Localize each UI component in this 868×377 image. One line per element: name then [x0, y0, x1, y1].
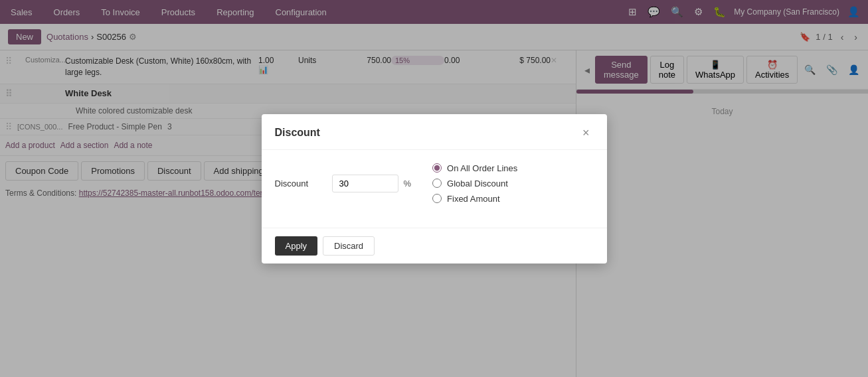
modal-footer: Apply Discard — [262, 228, 607, 264]
modal-header: Discount × — [262, 114, 607, 150]
radio-on-all-label: On All Order Lines — [447, 163, 517, 173]
radio-fixed-input[interactable] — [432, 194, 442, 203]
radio-options-group: On All Order Lines Global Discount Fixed… — [432, 163, 517, 204]
discount-input[interactable] — [332, 175, 398, 192]
modal-title: Discount — [275, 127, 320, 139]
modal-body: Discount % On All Order Lines Global Dis… — [262, 150, 607, 228]
percent-symbol: % — [404, 179, 412, 188]
discount-input-group: % — [332, 175, 412, 192]
discount-modal: Discount × Discount % On All Order Lines — [262, 114, 607, 264]
modal-close-button[interactable]: × — [578, 125, 594, 141]
radio-fixed-amount[interactable]: Fixed Amount — [432, 194, 517, 204]
radio-on-all-input[interactable] — [432, 163, 442, 173]
radio-global-label: Global Discount — [447, 179, 508, 188]
radio-global-discount[interactable]: Global Discount — [432, 179, 517, 188]
radio-global-input[interactable] — [432, 179, 442, 188]
modal-overlay[interactable]: Discount × Discount % On All Order Lines — [0, 0, 868, 377]
discount-field-label: Discount — [275, 179, 321, 188]
discount-form-row: Discount % On All Order Lines Global Dis… — [275, 163, 594, 204]
apply-button[interactable]: Apply — [275, 236, 318, 256]
radio-fixed-label: Fixed Amount — [447, 194, 500, 204]
discard-button[interactable]: Discard — [323, 236, 375, 256]
radio-on-all-order-lines[interactable]: On All Order Lines — [432, 163, 517, 173]
